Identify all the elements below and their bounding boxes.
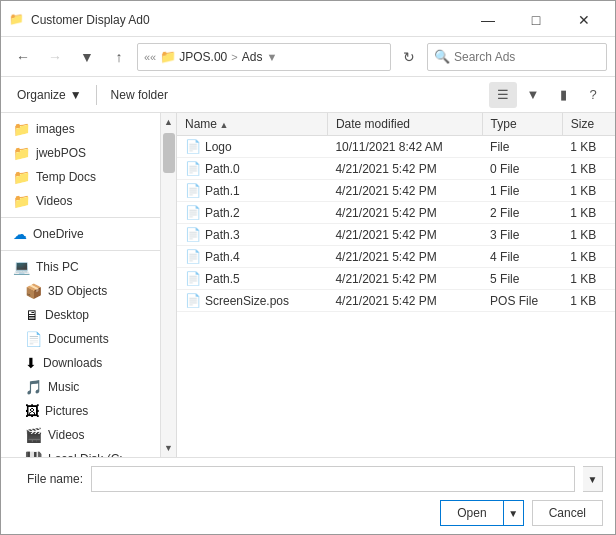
sidebar-item-images[interactable]: 📁 images bbox=[1, 117, 160, 141]
breadcrumb-item-ads[interactable]: Ads bbox=[242, 50, 263, 64]
sidebar-item-thispc[interactable]: 💻 This PC bbox=[1, 255, 160, 279]
filename-dropdown-button[interactable]: ▼ bbox=[583, 466, 603, 492]
file-name: Path.2 bbox=[205, 206, 240, 220]
folder-icon: 📁 bbox=[160, 49, 176, 64]
minimize-button[interactable]: — bbox=[465, 6, 511, 34]
table-row[interactable]: 📄 Logo 10/11/2021 8:42 AM File 1 KB bbox=[177, 136, 615, 158]
file-icon: 📄 bbox=[185, 205, 201, 220]
recent-locations-button[interactable]: ▼ bbox=[73, 43, 101, 71]
file-name: Path.4 bbox=[205, 250, 240, 264]
refresh-button[interactable]: ↻ bbox=[395, 43, 423, 71]
cancel-button[interactable]: Cancel bbox=[532, 500, 603, 526]
col-name[interactable]: Name bbox=[177, 113, 327, 136]
breadcrumb-item-jpos[interactable]: 📁 JPOS.00 bbox=[160, 49, 227, 64]
file-date: 4/21/2021 5:42 PM bbox=[327, 158, 482, 180]
file-name-cell: 📄 Path.2 bbox=[177, 202, 327, 224]
table-row[interactable]: 📄 Path.4 4/21/2021 5:42 PM 4 File 1 KB bbox=[177, 246, 615, 268]
open-dropdown-button[interactable]: ▼ bbox=[504, 500, 524, 526]
breadcrumb-start-icon: «« bbox=[144, 51, 156, 63]
col-date[interactable]: Date modified bbox=[327, 113, 482, 136]
file-type: File bbox=[482, 136, 562, 158]
filename-label: File name: bbox=[13, 472, 83, 486]
organize-button[interactable]: Organize ▼ bbox=[9, 82, 90, 108]
desktop-icon: 🖥 bbox=[25, 307, 39, 323]
sidebar-divider-1 bbox=[1, 217, 160, 218]
table-row[interactable]: 📄 Path.5 4/21/2021 5:42 PM 5 File 1 KB bbox=[177, 268, 615, 290]
table-row[interactable]: 📄 Path.2 4/21/2021 5:42 PM 2 File 1 KB bbox=[177, 202, 615, 224]
sidebar-item-pictures[interactable]: 🖼 Pictures bbox=[1, 399, 160, 423]
video-icon: 🎬 bbox=[25, 427, 42, 443]
file-date: 4/21/2021 5:42 PM bbox=[327, 268, 482, 290]
col-size[interactable]: Size bbox=[562, 113, 615, 136]
file-type: 3 File bbox=[482, 224, 562, 246]
preview-pane-button[interactable]: ▮ bbox=[549, 82, 577, 108]
sidebar-item-3dobjects[interactable]: 📦 3D Objects bbox=[1, 279, 160, 303]
new-folder-button[interactable]: New folder bbox=[103, 82, 176, 108]
view-buttons: ☰ ▼ ▮ ? bbox=[489, 82, 607, 108]
scroll-thumb[interactable] bbox=[163, 133, 175, 173]
sidebar-item-tempdocs[interactable]: 📁 Temp Docs bbox=[1, 165, 160, 189]
file-name-cell: 📄 ScreenSize.pos bbox=[177, 290, 327, 312]
scroll-up-button[interactable]: ▲ bbox=[162, 115, 176, 129]
file-type: 2 File bbox=[482, 202, 562, 224]
sidebar-item-desktop[interactable]: 🖥 Desktop bbox=[1, 303, 160, 327]
file-date: 4/21/2021 5:42 PM bbox=[327, 224, 482, 246]
search-input[interactable] bbox=[454, 50, 594, 64]
file-icon: 📄 bbox=[185, 161, 201, 176]
sidebar-item-documents[interactable]: 📄 Documents bbox=[1, 327, 160, 351]
file-date: 4/21/2021 5:42 PM bbox=[327, 202, 482, 224]
window-title: Customer Display Ad0 bbox=[31, 13, 465, 27]
table-row[interactable]: 📄 Path.3 4/21/2021 5:42 PM 3 File 1 KB bbox=[177, 224, 615, 246]
sidebar-item-music[interactable]: 🎵 Music bbox=[1, 375, 160, 399]
file-type: 0 File bbox=[482, 158, 562, 180]
back-button[interactable]: ← bbox=[9, 43, 37, 71]
search-box: 🔍 bbox=[427, 43, 607, 71]
sidebar-divider-2 bbox=[1, 250, 160, 251]
filename-input[interactable] bbox=[91, 466, 575, 492]
help-button[interactable]: ? bbox=[579, 82, 607, 108]
scroll-down-button[interactable]: ▼ bbox=[162, 441, 176, 455]
sidebar-item-videos[interactable]: 📁 Videos bbox=[1, 189, 160, 213]
file-size: 1 KB bbox=[562, 136, 615, 158]
action-row: Open ▼ Cancel bbox=[13, 500, 603, 526]
sidebar-item-jwebpos[interactable]: 📁 jwebPOS bbox=[1, 141, 160, 165]
close-button[interactable]: ✕ bbox=[561, 6, 607, 34]
table-row[interactable]: 📄 ScreenSize.pos 4/21/2021 5:42 PM POS F… bbox=[177, 290, 615, 312]
table-row[interactable]: 📄 Path.1 4/21/2021 5:42 PM 1 File 1 KB bbox=[177, 180, 615, 202]
folder-icon: 📁 bbox=[13, 193, 30, 209]
file-date: 4/21/2021 5:42 PM bbox=[327, 246, 482, 268]
open-button-group: Open ▼ bbox=[440, 500, 523, 526]
breadcrumb[interactable]: «« 📁 JPOS.00 > Ads ▼ bbox=[137, 43, 391, 71]
file-name: Path.0 bbox=[205, 162, 240, 176]
file-icon: 📄 bbox=[185, 271, 201, 286]
sidebar-item-onedrive[interactable]: ☁ OneDrive bbox=[1, 222, 160, 246]
forward-button[interactable]: → bbox=[41, 43, 69, 71]
breadcrumb-dropdown-icon: ▼ bbox=[266, 51, 277, 63]
scroll-track bbox=[162, 129, 176, 441]
computer-icon: 💻 bbox=[13, 259, 30, 275]
organize-dropdown-icon: ▼ bbox=[70, 88, 82, 102]
file-size: 1 KB bbox=[562, 290, 615, 312]
file-date: 4/21/2021 5:42 PM bbox=[327, 180, 482, 202]
up-button[interactable]: ↑ bbox=[105, 43, 133, 71]
maximize-button[interactable]: □ bbox=[513, 6, 559, 34]
sidebar-item-downloads[interactable]: ⬇ Downloads bbox=[1, 351, 160, 375]
file-size: 1 KB bbox=[562, 202, 615, 224]
pictures-icon: 🖼 bbox=[25, 403, 39, 419]
file-icon: 📄 bbox=[185, 249, 201, 264]
view-dropdown-button[interactable]: ▼ bbox=[519, 82, 547, 108]
bottom-panel: File name: ▼ Open ▼ Cancel bbox=[1, 457, 615, 534]
open-button[interactable]: Open bbox=[440, 500, 503, 526]
col-type[interactable]: Type bbox=[482, 113, 562, 136]
file-size: 1 KB bbox=[562, 180, 615, 202]
sidebar-item-videos2[interactable]: 🎬 Videos bbox=[1, 423, 160, 447]
file-name-cell: 📄 Path.3 bbox=[177, 224, 327, 246]
file-size: 1 KB bbox=[562, 158, 615, 180]
table-row[interactable]: 📄 Path.0 4/21/2021 5:42 PM 0 File 1 KB bbox=[177, 158, 615, 180]
window: 📁 Customer Display Ad0 — □ ✕ ← → ▼ ↑ «« … bbox=[0, 0, 616, 535]
view-details-button[interactable]: ☰ bbox=[489, 82, 517, 108]
file-name: Logo bbox=[205, 140, 232, 154]
file-date: 10/11/2021 8:42 AM bbox=[327, 136, 482, 158]
sidebar-item-localdisk[interactable]: 💾 Local Disk (C: bbox=[1, 447, 160, 457]
title-bar-controls: — □ ✕ bbox=[465, 6, 607, 34]
